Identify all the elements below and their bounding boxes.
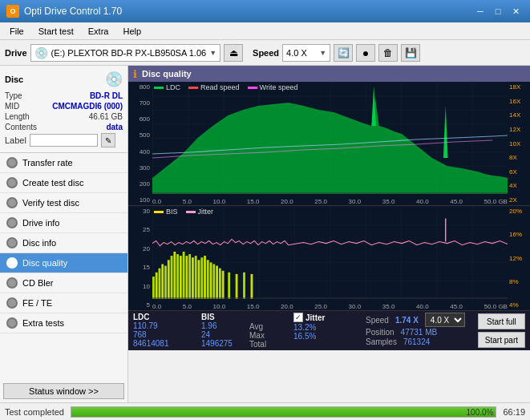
svg-rect-11	[171, 256, 173, 299]
disc-quality-header-icon: ℹ	[133, 68, 137, 80]
start-part-button[interactable]: Start part	[478, 332, 525, 348]
svg-rect-10	[168, 260, 170, 299]
y-right-16x: 16X	[508, 98, 530, 105]
nav-icon-disc-quality	[6, 257, 18, 269]
bx-label-10: 10.0	[213, 303, 226, 310]
speed-dropdown-arrow-icon: ▼	[319, 49, 326, 57]
sidebar-item-cd-bler[interactable]: CD Bler	[0, 273, 127, 293]
by-right-8: 8%	[508, 278, 530, 285]
action-buttons: Start full Start part	[478, 313, 525, 348]
samples-val: 761324	[403, 337, 430, 346]
nav-label-verify-test-disc: Verify test disc	[22, 198, 79, 208]
svg-rect-16	[185, 256, 188, 299]
length-key: Length	[5, 112, 30, 121]
y-right-12x: 12X	[508, 126, 530, 133]
sidebar-item-transfer-rate[interactable]: Transfer rate	[0, 153, 127, 173]
elapsed-time: 66:19	[503, 407, 525, 417]
bottom-chart-svg	[152, 206, 508, 299]
svg-rect-8	[161, 265, 164, 300]
mid-key: MID	[5, 102, 19, 111]
top-chart-y-axis-right: 18X 16X 14X 12X 10X 8X 6X 4X 2X	[508, 82, 530, 205]
svg-rect-12	[173, 252, 176, 299]
x-label-0: 0.0	[152, 198, 161, 205]
bottom-chart-y-axis-left: 30 25 20 15 10 5	[128, 206, 152, 310]
by-right-4: 4%	[508, 301, 530, 309]
position-label: Position	[366, 328, 394, 337]
minimize-button[interactable]: ─	[472, 5, 488, 18]
menu-extra[interactable]: Extra	[82, 25, 115, 38]
start-full-button[interactable]: Start full	[478, 313, 525, 329]
speed-label: Speed	[253, 48, 279, 58]
ldc-header: LDC	[133, 313, 177, 321]
svg-rect-15	[183, 252, 185, 299]
x-label-45: 45.0	[450, 198, 463, 205]
nav-icon-cd-bler	[6, 277, 18, 289]
sidebar-item-fe-te[interactable]: FE / TE	[0, 293, 127, 313]
total-ldc-val: 84614081	[133, 339, 177, 348]
top-chart: LDC Read speed Write speed 800 700 600 5…	[128, 82, 530, 206]
dropdown-arrow-icon: ▼	[209, 49, 216, 57]
speed-select[interactable]: 4.0 X ▼	[282, 44, 330, 62]
close-button[interactable]: ✕	[508, 5, 524, 18]
save-btn[interactable]: 💾	[401, 44, 420, 62]
sidebar-item-disc-info[interactable]: Disc info	[0, 233, 127, 253]
jitter-checkbox[interactable]: ✓	[293, 313, 303, 322]
speed-value: 4.0 X	[286, 48, 316, 58]
top-chart-area	[152, 82, 508, 194]
refresh-button[interactable]: 🔄	[334, 44, 353, 62]
sidebar-item-disc-quality[interactable]: Disc quality	[0, 253, 127, 273]
disc-quality-icon-btn[interactable]: ●	[356, 44, 375, 62]
nav-icon-fe-te	[6, 297, 18, 309]
label-input[interactable]	[30, 134, 98, 147]
x-label-25: 25.0	[314, 198, 327, 205]
x-label-10: 10.0	[213, 198, 226, 205]
y-label-700: 700	[128, 99, 152, 107]
ldc-legend-color	[154, 87, 164, 89]
label-edit-button[interactable]: ✎	[101, 133, 115, 147]
menu-file[interactable]: File	[3, 25, 30, 38]
sidebar-item-verify-test-disc[interactable]: Verify test disc	[0, 193, 127, 213]
bx-label-45: 45.0	[450, 303, 463, 310]
mid-value: CMCMAGDI6 (000)	[52, 102, 123, 111]
x-label-5: 5.0	[183, 198, 192, 205]
total-row-label: Total	[249, 340, 277, 349]
bis-header: BIS	[201, 313, 233, 321]
svg-rect-13	[176, 254, 179, 299]
nav-label-drive-info: Drive info	[22, 218, 59, 228]
read-speed-legend-color	[188, 87, 198, 89]
menu-help[interactable]: Help	[116, 25, 148, 38]
max-row-label: Max	[249, 331, 277, 340]
speed-stat-label: Speed	[366, 316, 389, 325]
max-ldc-val: 768	[133, 330, 177, 339]
bx-label-50: 50.0 GB	[484, 303, 508, 310]
toolbar: Drive 💿 (E:) PLEXTOR BD-R PX-LB950SA 1.0…	[0, 40, 530, 66]
sidebar-item-create-test-disc[interactable]: Create test disc	[0, 173, 127, 193]
maximize-button[interactable]: □	[490, 5, 506, 18]
disc-erase-btn[interactable]: 🗑	[378, 44, 398, 62]
bottom-chart: BIS Jitter 30 25 20 15 10 5 20% 16%	[128, 206, 530, 310]
ldc-legend-label: LDC	[166, 83, 180, 91]
bx-label-5: 5.0	[183, 303, 192, 310]
y-label-300: 300	[128, 164, 152, 172]
nav-icon-drive-info	[6, 217, 18, 228]
stats-area: LDC BIS 110.79 1.96 768 24 84614081	[128, 310, 530, 350]
progress-bar-fill	[71, 407, 496, 417]
speed-stat-select[interactable]: 4.0 X	[425, 313, 465, 327]
svg-rect-14	[180, 256, 182, 299]
by-right-12: 12%	[508, 255, 530, 262]
svg-rect-26	[216, 266, 218, 299]
x-label-15: 15.0	[247, 198, 260, 205]
y-label-800: 800	[128, 83, 152, 91]
ldc-bis-col: LDC BIS 110.79 1.96 768 24 84614081	[133, 313, 233, 349]
eject-button[interactable]: ⏏	[224, 44, 243, 62]
status-window-button[interactable]: Status window >>	[3, 383, 124, 399]
menu-start-test[interactable]: Start test	[32, 25, 80, 38]
bottom-chart-y-axis-right: 20% 16% 12% 8% 4%	[508, 206, 530, 310]
sidebar-item-drive-info[interactable]: Drive info	[0, 213, 127, 233]
drive-select[interactable]: 💿 (E:) PLEXTOR BD-R PX-LB950SA 1.06 ▼	[30, 44, 221, 62]
svg-rect-5	[152, 277, 155, 299]
disc-quality-header: ℹ Disc quality	[128, 66, 530, 82]
y-label-600: 600	[128, 115, 152, 123]
sidebar-item-extra-tests[interactable]: Extra tests	[0, 313, 127, 333]
bx-label-0: 0.0	[152, 303, 161, 310]
